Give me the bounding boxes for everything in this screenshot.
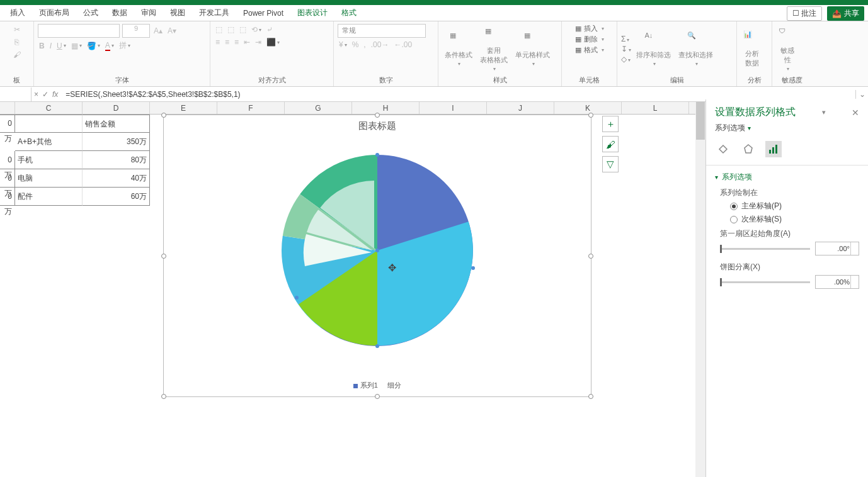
- angle-slider[interactable]: [720, 248, 810, 250]
- expand-formula-icon[interactable]: ⌄: [855, 90, 868, 99]
- italic-icon[interactable]: I: [49, 40, 53, 52]
- chart-title[interactable]: 图表标题: [164, 115, 591, 137]
- inc-decimal-icon[interactable]: .00→: [370, 39, 391, 50]
- chevron-down-icon[interactable]: ▾: [748, 125, 751, 132]
- cut-icon[interactable]: ✂: [13, 24, 21, 35]
- comma-icon[interactable]: ,: [362, 39, 367, 50]
- col-e[interactable]: E: [150, 102, 217, 114]
- delete-cells-button[interactable]: ▦ 删除 ▾: [575, 35, 604, 44]
- tab-review[interactable]: 审阅: [135, 5, 163, 21]
- cell-c4[interactable]: 电脑: [15, 169, 83, 188]
- tab-developer[interactable]: 开发工具: [193, 5, 236, 21]
- tab-data[interactable]: 数据: [106, 5, 134, 21]
- tab-powerpivot[interactable]: Power Pivot: [237, 6, 290, 20]
- formula-input[interactable]: =SERIES(,Sheet3!$A$2:$A$5,Sheet3!$B$2:$B…: [60, 90, 855, 99]
- tab-layout[interactable]: 页面布局: [33, 5, 76, 21]
- chart-styles-icon[interactable]: 🖌: [602, 136, 619, 152]
- tab-view[interactable]: 视图: [164, 5, 191, 21]
- col-k[interactable]: K: [554, 102, 622, 114]
- bold-icon[interactable]: B: [38, 40, 46, 52]
- cell-d2[interactable]: 350万: [83, 133, 150, 151]
- cell-b5[interactable]: 0万: [0, 188, 15, 206]
- vertical-scrollbar[interactable]: [695, 102, 705, 477]
- align-center-icon[interactable]: ≡: [224, 36, 231, 48]
- align-right-icon[interactable]: ≡: [233, 36, 240, 48]
- grow-font-icon[interactable]: A▴: [152, 25, 164, 36]
- border-icon[interactable]: ▦▾: [70, 40, 83, 52]
- find-select-button[interactable]: 🔍查找和选择▾: [676, 30, 716, 68]
- tab-format[interactable]: 格式: [335, 5, 363, 21]
- name-box[interactable]: [0, 87, 31, 101]
- col-j[interactable]: J: [487, 102, 554, 114]
- close-icon[interactable]: ✕: [852, 108, 859, 118]
- tab-formulas[interactable]: 公式: [77, 5, 105, 21]
- comments-button[interactable]: ☐ 批注: [787, 6, 822, 21]
- cond-format-button[interactable]: ▦条件格式▾: [442, 30, 475, 68]
- cell-d5[interactable]: 60万: [83, 188, 150, 206]
- orientation-icon[interactable]: ⟲▾: [250, 24, 263, 35]
- col-c[interactable]: C: [15, 102, 83, 114]
- column-headers[interactable]: C D E F G H I J K L: [0, 102, 705, 115]
- cell-b3[interactable]: 0万: [0, 151, 15, 169]
- cancel-icon[interactable]: ×: [34, 90, 38, 99]
- paint-icon[interactable]: 🖌: [12, 49, 22, 60]
- analyze-data-button[interactable]: 📊分析 数据: [741, 29, 763, 69]
- number-format-select[interactable]: 常规: [338, 24, 426, 38]
- table-format-button[interactable]: ▦套用 表格格式▾: [477, 26, 510, 73]
- clear-icon[interactable]: ◇▾: [621, 55, 631, 64]
- panel-options-icon[interactable]: ▾: [822, 108, 826, 116]
- indent-dec-icon[interactable]: ⇤: [243, 36, 251, 48]
- sort-filter-button[interactable]: A↓排序和筛选▾: [634, 30, 673, 68]
- copy-icon[interactable]: ⎘: [13, 36, 20, 48]
- col-l[interactable]: L: [622, 102, 689, 114]
- col-d[interactable]: D: [83, 102, 150, 114]
- merge-icon[interactable]: ⬛▾: [265, 36, 281, 48]
- cell-header-d[interactable]: 销售金额: [83, 115, 150, 133]
- tab-chart-design[interactable]: 图表设计: [291, 5, 334, 21]
- col-f[interactable]: F: [217, 102, 285, 114]
- explosion-slider[interactable]: [720, 281, 810, 283]
- font-size-select[interactable]: 9: [122, 24, 150, 38]
- cell-styles-button[interactable]: ▦单元格样式▾: [513, 30, 552, 68]
- enter-icon[interactable]: ✓: [42, 90, 49, 99]
- cell-b4[interactable]: 0万: [0, 169, 15, 188]
- align-top-icon[interactable]: ⬚: [214, 24, 224, 35]
- angle-input[interactable]: .00°: [815, 242, 859, 255]
- autosum-icon[interactable]: Σ▾: [621, 35, 631, 43]
- col-g[interactable]: G: [285, 102, 352, 114]
- cell-d4[interactable]: 40万: [83, 169, 150, 188]
- cell-b2[interactable]: 0万: [0, 115, 15, 133]
- fx-icon[interactable]: fx: [52, 90, 58, 99]
- cell-d3[interactable]: 80万: [83, 151, 150, 169]
- align-bottom-icon[interactable]: ⬚: [238, 24, 248, 35]
- cell-c2[interactable]: A+B+其他: [15, 133, 83, 151]
- sensitivity-button[interactable]: 🛡敏感 性▾: [776, 26, 799, 73]
- chart-legend[interactable]: 系列1 细分: [164, 381, 591, 390]
- format-cells-button[interactable]: ▦ 格式 ▾: [575, 45, 604, 55]
- fill-tab-icon[interactable]: [715, 141, 731, 157]
- series-tab-icon[interactable]: [765, 141, 782, 157]
- font-color-icon[interactable]: A▾: [104, 40, 115, 52]
- share-button[interactable]: 📤 共享: [827, 6, 864, 21]
- chart-elements-icon[interactable]: ＋: [602, 116, 619, 132]
- underline-icon[interactable]: U▾: [55, 40, 67, 52]
- currency-icon[interactable]: ¥▾: [338, 39, 348, 50]
- pie-chart[interactable]: [280, 153, 475, 348]
- cell-c5[interactable]: 配件: [15, 188, 83, 206]
- phonetic-icon[interactable]: 拼▾: [118, 39, 132, 52]
- section-series-options[interactable]: 系列选项: [715, 172, 859, 182]
- fill-icon[interactable]: ↧▾: [621, 45, 631, 53]
- chart-object[interactable]: 图表标题 系列1 细分: [163, 115, 591, 397]
- insert-cells-button[interactable]: ▦ 插入 ▾: [575, 24, 604, 33]
- col-h[interactable]: H: [352, 102, 420, 114]
- effects-tab-icon[interactable]: [740, 141, 757, 157]
- tab-insert[interactable]: 插入: [4, 5, 31, 21]
- percent-icon[interactable]: %: [351, 39, 360, 50]
- align-middle-icon[interactable]: ⬚: [226, 24, 236, 35]
- font-select[interactable]: [38, 24, 120, 38]
- secondary-axis-radio[interactable]: 次坐标轴(S): [730, 214, 859, 225]
- explosion-input[interactable]: .00%: [815, 275, 859, 289]
- panel-subtitle[interactable]: 系列选项: [715, 123, 745, 133]
- fill-color-icon[interactable]: 🪣▾: [86, 40, 101, 52]
- cell-c3[interactable]: 手机: [15, 151, 83, 169]
